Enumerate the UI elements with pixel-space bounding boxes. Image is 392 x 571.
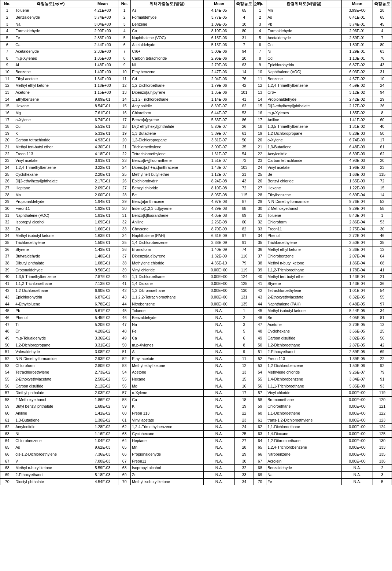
cell-rank3: 136 [373, 458, 392, 465]
cell-name3: 1,2,4-Trimethylbenzene [266, 82, 342, 89]
cell-name3: Fe [266, 478, 342, 485]
table-row: 53 Chloroform 2.80E-02 53 Methyl ethyl k… [0, 362, 392, 369]
cell-name2: Nitrobenzene [131, 301, 204, 308]
cell-name3: Na [266, 471, 342, 478]
cell-name1: Isopropyl alcohol [14, 219, 87, 226]
table-row: 68 Methyl n-butyl ketone 5.59E-03 68 Iso… [0, 465, 392, 472]
table-row: 17 o-Xylene 6.74E-01 17 Benzo[a]pyrene 5… [0, 116, 392, 123]
cell-no3: 53 [254, 362, 266, 369]
cell-no1: 43 [0, 294, 14, 301]
cell-name2: Cu [131, 396, 204, 403]
cell-mean3: 0.00E+00 [341, 390, 373, 397]
cell-no1: 11 [0, 75, 14, 82]
cell-name1: m,p-Tolualdehyde [14, 335, 87, 342]
cell-name3: Carbon disulfide [266, 335, 342, 342]
cell-no1: 48 [0, 328, 14, 335]
cell-name3: Be [266, 171, 342, 178]
cell-mean1: 1.66E-01 [87, 226, 118, 233]
cell-name2: Dibenz[a,h+a,c]anthracene [131, 164, 204, 171]
cell-mean3: 1.43E-04 [341, 280, 373, 287]
cell-no2: 48 [118, 328, 131, 335]
cell-mean3: 0.00E+00 [341, 424, 373, 431]
cell-mean1: 1.69E-01 [87, 219, 118, 226]
cell-name3: Naphthalene (VOC) [266, 69, 342, 76]
cell-mean1: 4.20E-02 [87, 328, 118, 335]
cell-mean3: 0.00E+00 [341, 396, 373, 403]
cell-name2: Propionaldehyde [131, 451, 204, 458]
cell-mean3: 4.05E-05 [341, 315, 373, 322]
cell-rank2: 4 [234, 14, 254, 21]
cell-mean3: 1.50E-01 [341, 41, 373, 48]
cell-name2: Mn [131, 444, 204, 451]
cell-rank2: 135 [234, 301, 254, 308]
cell-rank3: 41 [373, 267, 392, 274]
cell-name2: Benzyl chloride [131, 185, 204, 192]
cell-mean2: 0.00E+00 [204, 294, 235, 301]
cell-rank3: 3 [373, 471, 392, 478]
cell-no2: 8 [118, 55, 131, 62]
cell-mean2: 3.77E-05 [204, 14, 235, 21]
table-row: 46 Phenol 5.45E-02 46 Benzaldehyde N.A. … [0, 315, 392, 322]
cell-rank3: 123 [373, 417, 392, 424]
cell-name1: 1,2-Dichloroethane [14, 287, 87, 294]
cell-rank2: 25 [234, 431, 254, 438]
cell-no3: 41 [254, 280, 266, 287]
table-row: 13 Acetone 1.15E+00 13 Dibenzo[a,h]pyren… [0, 89, 392, 96]
cell-name1: N,N-Dimethylformamide [14, 355, 87, 362]
cell-name1: Diethyl phthalate [14, 390, 87, 397]
cell-no3: 8 [254, 55, 266, 62]
cell-rank2: 61 [234, 130, 254, 137]
cell-name1: Trichloroethylene [14, 240, 87, 246]
cell-mean1: 7.36E-03 [87, 451, 118, 458]
cell-rank2: 73 [234, 157, 254, 164]
cell-mean2: 5.20E-07 [204, 123, 235, 130]
cell-name3: Carbon tetrachloride [266, 157, 342, 164]
cell-rank2: 88 [234, 205, 254, 212]
cell-mean2: 8.05E-08 [204, 192, 235, 199]
cell-name3: 1,1-Dichloroethane [266, 424, 342, 431]
cell-rank2: 29 [234, 451, 254, 458]
cell-name1: Na [14, 21, 87, 28]
cell-name2: K [131, 403, 204, 410]
cell-name1: Ca [14, 41, 87, 48]
cell-name2: 1,3-Butadiene [131, 130, 204, 137]
cell-no2: 53 [118, 362, 131, 369]
cell-no2: 18 [118, 123, 131, 130]
cell-name2: 1,4-Dichlorobenzene [131, 240, 204, 246]
cell-name3: Acrylonitrile [266, 151, 342, 157]
cell-mean3: 2.72E-04 [341, 233, 373, 240]
cell-mean2: N.A. [204, 383, 235, 390]
cell-name1: Mn [14, 192, 87, 199]
cell-name3: 1,2-Dichlorobenzene [266, 362, 342, 369]
cell-mean2: 1.51E-07 [204, 157, 235, 164]
cell-name3: trans-1,2-Dichloroethylene [266, 417, 342, 424]
cell-no2: 42 [118, 287, 131, 294]
cell-name2: 1,1-Dichloroethane [131, 274, 204, 281]
cell-rank2: 63 [234, 62, 254, 69]
cell-name3: Chloroform [266, 219, 342, 226]
cell-mean1: 6.74E-01 [87, 116, 118, 123]
cell-no2: 66 [118, 451, 131, 458]
cell-mean3: 1.78E-04 [341, 267, 373, 274]
cell-rank2: 74 [234, 246, 254, 253]
cell-rank3: 93 [373, 383, 392, 390]
cell-mean1: 6.78E-02 [87, 301, 118, 308]
cell-mean1: 2.09E-01 [87, 185, 118, 192]
cell-no2: 69 [118, 471, 131, 478]
cell-name1: Ni [14, 431, 87, 438]
cell-mean2: 0.00E+00 [204, 267, 235, 274]
cell-name2: Benzene [131, 21, 204, 28]
cell-mean1: 2.73E-02 [87, 369, 118, 376]
cell-name3: 1,4-Dichlorobenzene [266, 376, 342, 383]
cell-no3: 1 [254, 7, 266, 14]
cell-mean3: 1.43E-04 [341, 274, 373, 281]
cell-name1: 2-Ethoxyethylacetate [14, 376, 87, 383]
cell-mean1: 5.61E-02 [87, 308, 118, 315]
cell-name3: Ethylbenzene [266, 192, 342, 199]
cell-name1: Freon11 [14, 205, 87, 212]
cell-name3: Chloroethane [266, 403, 342, 410]
cell-no1: 55 [0, 376, 14, 383]
cell-mean3: 2.87E-05 [341, 342, 373, 349]
cell-mean2: 4.35E-10 [204, 260, 235, 267]
cell-mean3: 8.28E-03 [341, 130, 373, 137]
